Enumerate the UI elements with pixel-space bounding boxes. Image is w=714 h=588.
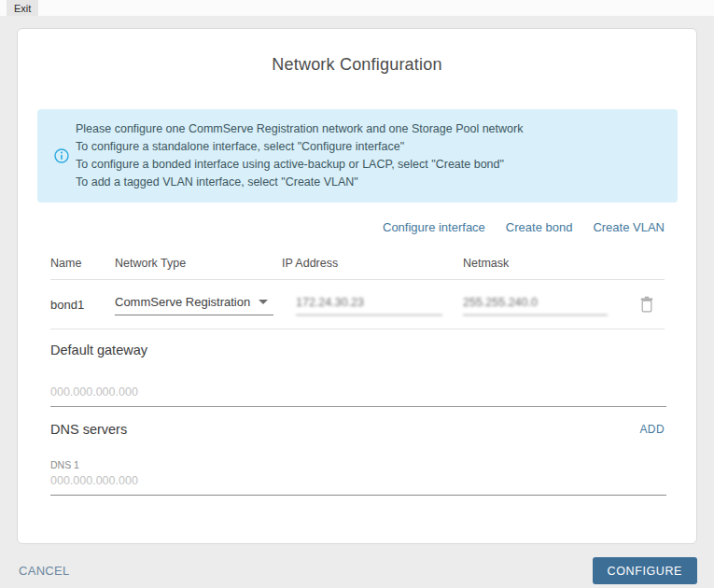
- column-header-network-type: Network Type: [115, 257, 281, 270]
- interface-name: bond1: [50, 298, 115, 312]
- exit-button[interactable]: Exit: [7, 0, 38, 16]
- info-line: To add a tagged VLAN interface, select "…: [76, 174, 523, 191]
- info-text: Please configure one CommServe Registrat…: [76, 120, 523, 191]
- network-configuration-dialog: Network Configuration Please configure o…: [17, 28, 697, 544]
- info-line: To configure a bonded interface using ac…: [76, 156, 523, 174]
- network-table-header: Name Network Type IP Address Netmask: [50, 257, 665, 279]
- column-header-name: Name: [50, 257, 115, 270]
- create-bond-link[interactable]: Create bond: [506, 220, 573, 234]
- network-type-value: CommServe Registration: [115, 295, 250, 309]
- ip-address-input[interactable]: [296, 294, 442, 315]
- interface-actions: Configure interface Create bond Create V…: [50, 220, 665, 234]
- dialog-title: Network Configuration: [18, 55, 696, 75]
- info-banner: Please configure one CommServe Registrat…: [37, 109, 678, 203]
- dialog-footer: CANCEL CONFIGURE: [17, 557, 697, 584]
- trash-icon[interactable]: [639, 296, 654, 313]
- cancel-button[interactable]: CANCEL: [19, 564, 70, 578]
- column-header-netmask: Netmask: [463, 257, 628, 270]
- default-gateway-label: Default gateway: [50, 343, 665, 357]
- configure-button[interactable]: CONFIGURE: [593, 557, 697, 584]
- configure-interface-link[interactable]: Configure interface: [383, 220, 485, 234]
- network-table-row: bond1 CommServe Registration: [50, 279, 665, 329]
- chevron-down-icon: [259, 300, 268, 304]
- dns-servers-label: DNS servers: [50, 422, 127, 437]
- netmask-input[interactable]: [463, 294, 608, 315]
- add-dns-button[interactable]: ADD: [639, 423, 665, 436]
- network-type-select[interactable]: CommServe Registration: [115, 293, 273, 315]
- info-line: To configure a standalone interface, sel…: [76, 138, 523, 156]
- dns-servers-header: DNS servers ADD: [50, 422, 665, 437]
- create-vlan-link[interactable]: Create VLAN: [593, 220, 665, 234]
- default-gateway-input[interactable]: [50, 384, 666, 407]
- info-line: Please configure one CommServe Registrat…: [76, 120, 523, 138]
- dns1-field-label: DNS 1: [50, 459, 665, 470]
- info-icon: [54, 148, 69, 163]
- dns1-input[interactable]: [50, 472, 666, 496]
- top-bar: Exit: [0, 0, 714, 16]
- column-header-ip-address: IP Address: [281, 257, 463, 270]
